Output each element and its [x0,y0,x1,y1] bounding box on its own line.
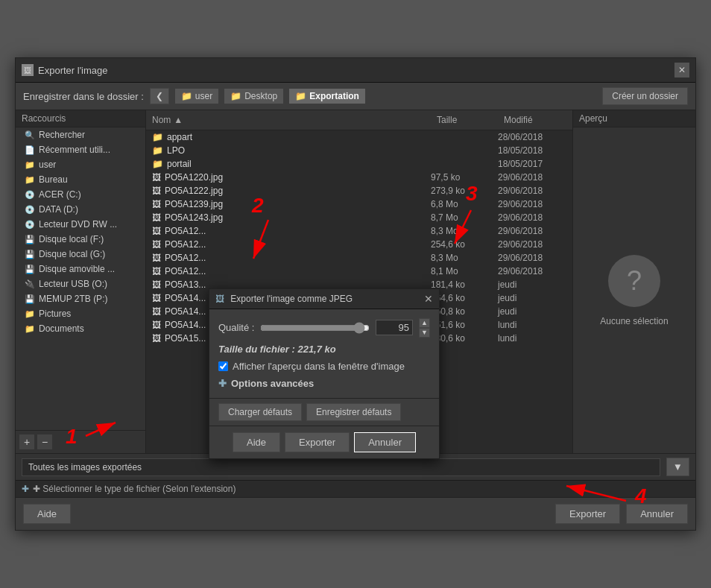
col-name[interactable]: Nom ▲ [146,113,431,127]
add-bookmark-button[interactable]: + [19,434,35,450]
file-modified: 28/06/2018 [498,132,572,142]
image-icon: 🖼 [152,199,161,209]
sidebar-item-removable[interactable]: 💾 Disque amovible ... [16,262,145,276]
file-name: 🖼 PO5A1220.jpg [146,172,431,183]
load-defaults-button[interactable]: Charger défauts [218,403,302,421]
quality-slider[interactable] [260,322,370,334]
file-modified: 29/06/2018 [498,266,572,276]
file-row[interactable]: 🖼 PO5A12... 8,1 Mo 29/06/2018 [146,265,572,278]
show-preview-checkbox[interactable] [218,361,228,371]
file-name: 🖼 PO5A12... [146,226,431,236]
file-size: 480,6 ko [431,333,498,344]
breadcrumb-desktop[interactable]: 📁 Desktop [224,89,283,104]
file-name: 🖼 PO5A12... [146,239,431,250]
col-size[interactable]: Taille [431,113,498,127]
sidebar: Raccourcis 🔍 Rechercher 📄 Récemment util… [16,110,146,453]
filetype-row: ✚ ✚ Sélectionner le type de fichier (Sel… [16,480,695,497]
sidebar-item-bureau[interactable]: 📁 Bureau [16,172,145,187]
disk-g-icon: 💾 [25,250,35,259]
quality-row: Qualité : ▲ ▼ [218,318,430,338]
jpeg-export-dialog: 🖼 Exporter l'image comme JPEG ✕ Qualité … [209,288,440,459]
sidebar-item-search[interactable]: 🔍 Rechercher [16,127,145,142]
folder-icon-3: 📁 [295,91,306,101]
removable-icon: 💾 [25,265,35,274]
file-name: 🖼 PO5A12... [146,266,431,276]
sidebar-item-usb[interactable]: 🔌 Lecteur USB (O:) [16,276,145,291]
file-row[interactable]: 📁 portail 18/05/2017 [146,157,572,171]
image-icon: 🖼 [152,226,161,236]
memup-icon: 💾 [25,294,35,304]
sidebar-item-memup-label: MEMUP 2TB (P:) [39,294,107,304]
sidebar-item-documents[interactable]: 📁 Documents [16,321,145,336]
close-button[interactable]: ✕ [674,63,689,78]
file-modified: 18/05/2017 [498,159,572,169]
sidebar-item-memup[interactable]: 💾 MEMUP 2TB (P:) [16,291,145,306]
dvd-icon: 💿 [25,220,35,230]
file-row[interactable]: 🖼 PO5A12... 8,3 Mo 29/06/2018 [146,251,572,265]
dialog-close-button[interactable]: ✕ [424,293,433,305]
sidebar-item-user-label: user [39,159,56,170]
quality-input[interactable] [376,320,413,335]
bureau-icon: 📁 [25,175,35,185]
advanced-options-row[interactable]: ✚ Options avancées [218,378,430,389]
file-row[interactable]: 📁 appart 28/06/2018 [146,130,572,144]
sidebar-item-f[interactable]: 💾 Disque local (F:) [16,232,145,247]
file-size: 273,9 ko [431,186,498,196]
dialog-export-button[interactable]: Exporter [285,432,350,452]
sidebar-item-pictures[interactable]: 📁 Pictures [16,306,145,321]
image-icon: 🖼 [152,239,161,250]
file-row[interactable]: 🖼 PO5A1220.jpg 97,5 ko 29/06/2018 [146,171,572,184]
file-row[interactable]: 🖼 PO5A12... 8,3 Mo 29/06/2018 [146,224,572,238]
cancel-button[interactable]: Annuler [626,504,688,524]
search-icon: 🔍 [25,130,35,140]
sidebar-item-user[interactable]: 📁 user [16,157,145,172]
file-row[interactable]: 🖼 PO5A1243.jpg 8,7 Mo 29/06/2018 [146,211,572,224]
sidebar-item-dvd[interactable]: 💿 Lecteur DVD RW ... [16,217,145,232]
breadcrumb-exportation[interactable]: 📁 Exportation [289,89,365,104]
acer-icon: 💿 [25,190,35,200]
sidebar-item-g[interactable]: 💾 Disque local (G:) [16,247,145,262]
help-button[interactable]: Aide [23,504,71,524]
image-icon: 🖼 [152,172,161,183]
no-selection-label: Aucune sélection [600,316,668,326]
sidebar-item-data[interactable]: 💿 DATA (D:) [16,202,145,217]
preview-content: ? Aucune sélection [600,127,668,453]
col-modified[interactable]: Modifié [498,113,572,127]
filetype-hint-label: ✚ Sélectionner le type de fichier (Selon… [33,484,236,494]
file-size: 8,3 Mo [431,253,498,263]
file-row[interactable]: 🖼 PO5A1222.jpg 273,9 ko 29/06/2018 [146,184,572,197]
file-row[interactable]: 📁 LPO 18/05/2018 [146,144,572,157]
quality-decrement[interactable]: ▼ [419,328,430,338]
file-modified: 29/06/2018 [498,212,572,223]
title-bar: 🖼 Exporter l'image ✕ [16,58,695,83]
data-icon: 💿 [25,205,35,215]
export-button[interactable]: Exporter [555,504,620,524]
sidebar-item-acer[interactable]: 💿 ACER (C:) [16,187,145,202]
quality-label: Qualité : [218,322,254,333]
dialog-body: Qualité : ▲ ▼ Taille du fichier : 221,7 … [209,309,439,398]
file-row[interactable]: 🖼 PO5A1239.jpg 6,8 Mo 29/06/2018 [146,197,572,211]
nav-back-button[interactable]: ❮ [150,88,169,104]
sidebar-item-pictures-label: Pictures [39,309,71,319]
image-icon: 🖼 [152,306,161,317]
dialog-help-button[interactable]: Aide [233,432,280,452]
sidebar-item-recent[interactable]: 📄 Récemment utili... [16,142,145,157]
sidebar-item-acer-label: ACER (C:) [39,189,81,200]
col-size-label: Taille [437,115,457,125]
file-size: 8,7 Mo [431,212,498,223]
dialog-cancel-button[interactable]: Annuler [354,432,416,452]
create-folder-button[interactable]: Créer un dossier [602,87,688,105]
window-title: Exporter l'image [38,65,108,76]
save-defaults-button[interactable]: Enregistrer défauts [306,403,401,421]
breadcrumb-user[interactable]: 📁 user [175,89,218,104]
dialog-defaults: Charger défauts Enregistrer défauts [209,398,439,426]
file-type-dropdown[interactable]: ▼ [666,458,689,476]
file-name: 🖼 PO5A12... [146,253,431,263]
image-icon: 🖼 [152,293,161,303]
user-folder-icon: 📁 [25,160,35,170]
sidebar-item-data-label: DATA (D:) [39,204,78,215]
file-type-select[interactable]: Toutes les images exportées [22,458,660,476]
quality-increment[interactable]: ▲ [419,318,430,328]
remove-bookmark-button[interactable]: − [37,434,53,450]
file-row[interactable]: 🖼 PO5A12... 254,6 ko 29/06/2018 [146,238,572,251]
